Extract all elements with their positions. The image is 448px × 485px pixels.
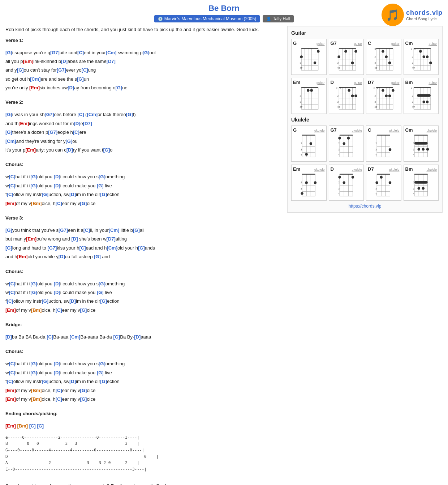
chord-bm-guitar-label[interactable]: guitar [428, 81, 437, 85]
chord-panel-url[interactable]: https://chords.vip [291, 204, 439, 209]
ending-chords-line: [Em] [Bm] [C] [G] [5, 422, 282, 430]
chord-em-name: Em [293, 80, 300, 85]
tab-line-6: E--0------------------------------------… [5, 466, 282, 473]
lyric-ch3-2: w[C]hat if i t[G]old you [D]i could make… [5, 369, 282, 377]
svg-point-32 [344, 50, 347, 52]
svg-text:4fr: 4fr [375, 106, 378, 108]
chord-d7-guitar-label[interactable]: guitar [391, 81, 400, 85]
svg-text:4: 4 [375, 153, 377, 156]
chord-g7-guitar-label[interactable]: guitar [354, 42, 362, 46]
svg-text:3: 3 [301, 187, 302, 190]
svg-point-105 [348, 89, 350, 92]
lyric-bridge-1: [D]ba Ba BA Ba-da [C]Ba-aaa [Cm]Ba-aaaa … [5, 333, 282, 341]
svg-text:3: 3 [301, 148, 302, 151]
lyric-v1-1: [G]i suppose you're q[G7]uite cont[C]ent… [5, 48, 282, 57]
lyric-v1-4: so get out h[Cm]ere and see the s[G]un [5, 75, 282, 83]
lyric-v2-3: [G]there's a dozen p[G7]eople h[C]ere [5, 128, 282, 136]
svg-text:4fr: 4fr [337, 67, 340, 69]
svg-text:3: 3 [413, 148, 414, 151]
svg-point-263 [422, 187, 424, 190]
lyric-ch2-2: w[C]hat if i t[G]old you [D]i could make… [5, 288, 282, 297]
email-text: Sounds great to me. Any questions or com… [5, 483, 282, 485]
lyric-ch1-2: w[C]hat if i t[G]old you [D]i could make… [5, 182, 282, 190]
lyric-ch3-3: f[C]ollow my instr[G]uction, sw[D]im in … [5, 377, 282, 386]
svg-point-126 [388, 94, 391, 97]
logo: 🎵 chords.vip Chord Song Lyric [382, 4, 443, 26]
svg-point-69 [419, 50, 422, 52]
svg-text:4: 4 [413, 192, 414, 195]
chord-c-guitar-label[interactable]: guitar [391, 42, 400, 46]
svg-point-88 [310, 89, 313, 92]
svg-text:2: 2 [338, 142, 340, 145]
svg-point-145 [426, 101, 428, 103]
svg-point-51 [385, 55, 387, 58]
svg-text:2: 2 [375, 55, 376, 58]
tab-line-4: D---------------------------------------… [5, 454, 282, 460]
svg-point-187 [389, 148, 391, 151]
svg-point-15 [314, 61, 316, 64]
svg-text:x: x [375, 47, 376, 51]
chord-cm-uke-label[interactable]: ukulele [426, 129, 437, 132]
chord-em-guitar-label[interactable]: guitar [316, 81, 325, 85]
svg-text:2: 2 [300, 94, 301, 97]
section-ending: Ending chords/picking: [5, 411, 282, 416]
lyric-ch2-4: [Em]of my v[Bm]oice, h[C]ear my v[G]oice [5, 306, 282, 314]
chord-d-name: D [331, 80, 334, 85]
section-chorus1: Chorus: [5, 162, 282, 167]
chord-g-uke-label[interactable]: ukulele [314, 129, 325, 132]
logo-site: chords.vip [406, 9, 443, 17]
lyric-v3-3: [G]long and hard to [G7]kiss your h[C]ea… [5, 244, 282, 252]
lyric-ch3-5: [Em]of my v[Bm]oice, h[C]ear my v[G]oice [5, 395, 282, 403]
svg-text:4: 4 [375, 192, 377, 195]
svg-text:x: x [411, 87, 412, 89]
chord-d7-uke-name: D7 [368, 166, 374, 172]
lyric-ch1-3: f[C]ollow my instr[G]uction, sw[D]im in … [5, 190, 282, 199]
album-icon: 💿 [158, 17, 163, 21]
chord-g7-name: G7 [331, 41, 337, 46]
chord-d7-uke-label[interactable]: ukulele [389, 168, 400, 171]
svg-point-52 [388, 61, 391, 64]
svg-point-71 [426, 55, 428, 58]
artist-badge[interactable]: 👤 Tally Hall [263, 15, 294, 22]
lyric-v3-1: [G]you think that you've s[G7]een it a[C… [5, 226, 282, 234]
svg-text:4fr: 4fr [300, 106, 303, 108]
album-badge[interactable]: 💿 Marvin's Marvelous Mechanical Museum (… [154, 15, 260, 22]
header: Be Born 💿 Marvin's Marvelous Mechanical … [5, 4, 443, 22]
chord-bm-uke-label[interactable]: ukulele [426, 168, 437, 171]
lyric-v2-5: it's your p[Em]arty: you can c[D]ry if y… [5, 146, 282, 154]
chord-cm-guitar: Cm guitar x x [404, 39, 439, 75]
chord-d7-ukulele: D7 ukulele [366, 165, 401, 201]
chord-g-guitar: G guitar [291, 39, 327, 75]
chord-em-uke-label[interactable]: ukulele [314, 168, 325, 171]
svg-point-70 [422, 55, 425, 58]
chord-cm-name: Cm [405, 41, 413, 46]
svg-text:2: 2 [413, 181, 414, 184]
svg-text:3: 3 [375, 101, 376, 103]
chord-d7-guitar: D7 guitar x x [366, 78, 401, 114]
svg-point-16 [317, 50, 319, 52]
chord-c-uke-label[interactable]: ukulele [389, 129, 400, 132]
chord-g-name: G [293, 41, 297, 46]
svg-point-216 [301, 192, 303, 195]
chord-g7-uke-label[interactable]: ukulele [352, 129, 362, 132]
chord-d-uke-label[interactable]: ukulele [352, 168, 362, 171]
svg-point-127 [392, 89, 394, 92]
chord-cm-guitar-label[interactable]: guitar [428, 42, 437, 46]
chord-cm-ukulele: Cm ukulele [404, 125, 439, 162]
svg-rect-261 [414, 181, 427, 183]
svg-point-203 [426, 148, 428, 150]
svg-point-106 [351, 94, 353, 97]
svg-text:4fr: 4fr [412, 106, 415, 108]
chord-bm-name: Bm [405, 80, 413, 85]
svg-text:3: 3 [338, 187, 340, 190]
chord-c-name: C [368, 41, 371, 46]
svg-text:4: 4 [338, 153, 340, 156]
svg-point-248 [389, 181, 391, 184]
svg-text:2: 2 [375, 94, 376, 97]
svg-text:x: x [411, 48, 412, 50]
svg-text:3: 3 [375, 187, 377, 190]
chord-g-guitar-label[interactable]: guitar [316, 42, 325, 46]
chord-d-guitar-label[interactable]: guitar [354, 81, 362, 85]
svg-point-172 [338, 137, 341, 139]
logo-sub: Chord Song Lyric [406, 17, 437, 21]
